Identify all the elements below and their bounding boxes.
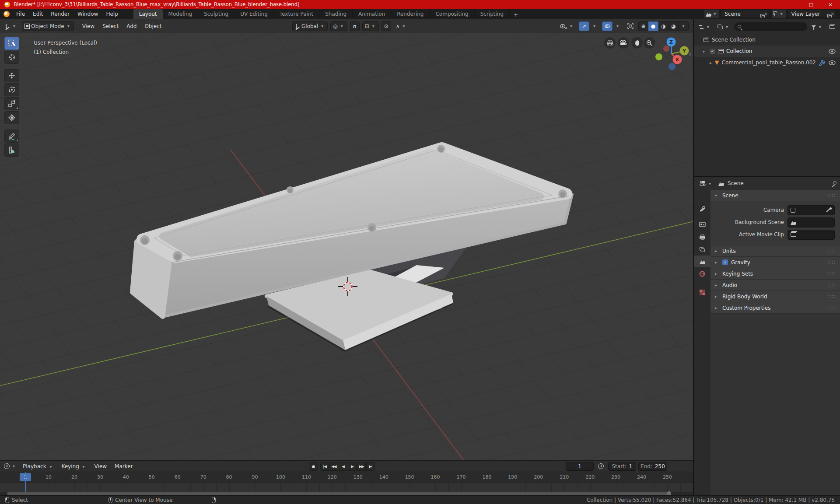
timeline-menu-marker[interactable]: Marker [111,462,136,471]
outliner-search-input[interactable] [744,24,804,30]
tab-render-properties[interactable] [694,219,710,231]
object-visibility-dropdown[interactable]: ▾ [558,21,576,31]
tab-tool-properties[interactable] [694,203,710,215]
camera-view-button[interactable] [618,37,629,49]
shading-wireframe-button[interactable]: ⊕ [638,21,648,31]
pan-view-button[interactable] [631,37,643,49]
eye-icon[interactable] [829,60,836,65]
minimize-button[interactable]: – [782,0,802,9]
auto-keying-toggle[interactable]: ● [309,462,318,471]
tool-transform-button[interactable] [4,111,19,124]
timeline-menu-view[interactable]: View [91,462,111,471]
tab-uv-editing[interactable]: UV Editing [234,9,274,19]
frame-start-field[interactable]: Start: 1 [608,462,636,471]
outliner-row-scene-collection[interactable]: Scene Collection [694,34,840,46]
drag-handle-icon[interactable]: ∷∷ [828,271,836,277]
shading-rendered-button[interactable]: ◕ [668,21,679,31]
viewport-menu-add[interactable]: Add [122,21,140,31]
outliner-display-mode-dropdown[interactable]: ▾ [696,22,713,32]
tool-cursor-button[interactable] [4,51,19,64]
panel-audio[interactable]: ▸ Audio ∷∷ [710,280,840,291]
xray-toggle[interactable] [625,21,636,31]
pivot-point-dropdown[interactable]: ◎ ▾ [330,21,347,31]
scene-name-field[interactable]: Scene × [721,10,770,18]
show-overlays-toggle[interactable] [602,21,612,31]
tool-scale-button[interactable] [4,97,19,110]
panel-custom-properties[interactable]: ▸ Custom Properties ∷∷ [710,302,840,314]
play-button[interactable]: ▶ [348,462,357,471]
transform-orientation-dropdown[interactable]: Global ▾ [292,21,328,31]
add-workspace-button[interactable]: + [510,10,522,19]
shading-solid-button[interactable]: ● [648,21,658,31]
previous-keyframe-button[interactable]: ◀◀ [329,462,338,471]
gizmo-neg-z-ball[interactable] [668,63,676,70]
drag-handle-icon[interactable]: ∷∷ [828,259,836,266]
drag-handle-icon[interactable]: ∷∷ [828,294,836,300]
toggle-perspective-button[interactable] [604,37,616,49]
use-preview-range-toggle[interactable] [596,462,606,471]
falloff-dropdown[interactable]: ∧ ▾ [394,21,409,31]
gizmo-dropdown[interactable]: ▾ [589,21,599,31]
snap-with-dropdown[interactable]: ⊡ ▾ [362,21,379,31]
viewport-canvas[interactable] [0,33,693,460]
gizmo-neg-y-ball[interactable] [655,53,662,60]
shading-dropdown[interactable]: ▾ [679,21,689,31]
collapse-arrow-icon[interactable]: ▾ [703,49,707,54]
new-collection-button[interactable] [827,22,837,32]
menu-render[interactable]: Render [47,10,74,18]
tab-world-properties[interactable] [694,268,710,280]
playhead[interactable] [25,472,26,492]
menu-edit[interactable]: Edit [29,10,47,18]
play-reverse-button[interactable]: ◀ [339,462,347,471]
outliner-search[interactable] [734,22,807,31]
timeline-menu-keying[interactable]: Keying ▾ [57,462,90,471]
menu-window[interactable]: Window [74,10,102,18]
tool-move-button[interactable] [4,69,19,82]
tool-select-box-button[interactable] [4,37,19,50]
drag-handle-icon[interactable]: ∷∷ [828,248,836,254]
navigation-gizmo[interactable]: Z Y X [653,34,692,74]
tool-rotate-button[interactable] [4,83,19,96]
tool-measure-button[interactable] [4,144,19,157]
background-scene-field[interactable] [788,217,835,228]
pin-icon[interactable] [831,181,836,186]
current-frame-field[interactable]: 1 [566,462,594,471]
tab-layout[interactable]: Layout [133,9,163,19]
active-movie-clip-field[interactable] [788,230,835,240]
view-layer-name-field[interactable]: View Layer × [788,10,836,18]
timeline-scrollbar[interactable] [0,492,693,495]
outliner-row-collection[interactable]: ▾ ✓ Collection [694,46,840,57]
drag-handle-icon[interactable]: ∷∷ [828,282,836,288]
eye-icon[interactable] [829,49,836,54]
timeline-scrollbar-handle[interactable] [7,492,670,495]
expand-arrow-icon[interactable]: ▸ [710,60,712,65]
mode-dropdown[interactable]: Object Mode ▾ [22,21,74,31]
tab-output-properties[interactable] [694,231,710,243]
outliner-row-object[interactable]: ▸ ▼ Commercial_pool_table_Rasson.002 [694,57,840,68]
jump-to-end-button[interactable]: ▶| [366,462,375,471]
show-gizmo-toggle[interactable]: ↗ [579,21,589,31]
tab-texture-properties[interactable] [694,287,710,298]
panel-gravity[interactable]: ▸ ✓ Gravity ∷∷ [710,257,840,268]
next-keyframe-button[interactable]: ▶▶ [357,462,366,471]
drag-handle-icon[interactable]: ∷∷ [828,305,836,311]
drag-handle-icon[interactable]: ∷∷ [828,192,836,199]
tab-modeling[interactable]: Modeling [163,9,199,19]
tab-compositing[interactable]: Compositing [430,9,474,19]
browse-scene-button[interactable]: ▾ [704,10,719,18]
jump-to-start-button[interactable]: |◀ [320,462,329,471]
panel-keying-sets[interactable]: ▸ Keying Sets ∷∷ [710,268,840,280]
camera-field[interactable] [788,205,835,215]
tool-annotate-button[interactable] [4,130,19,143]
gizmo-neg-x-ball[interactable] [663,46,669,52]
viewport-menu-select[interactable]: Select [98,21,122,31]
properties-editor-type-button[interactable]: ▾ [697,178,715,188]
panel-scene-header[interactable]: ▾ Scene ∷∷ [710,190,840,201]
eyedropper-icon[interactable] [826,207,832,213]
collection-checkbox[interactable]: ✓ [710,49,715,54]
menu-file[interactable]: File [12,10,29,18]
tab-sculpting[interactable]: Sculpting [198,9,234,19]
tab-shading[interactable]: Shading [319,9,353,19]
outliner-filter-dropdown[interactable]: ▾ [809,22,825,32]
tab-scripting[interactable]: Scripting [475,9,510,19]
